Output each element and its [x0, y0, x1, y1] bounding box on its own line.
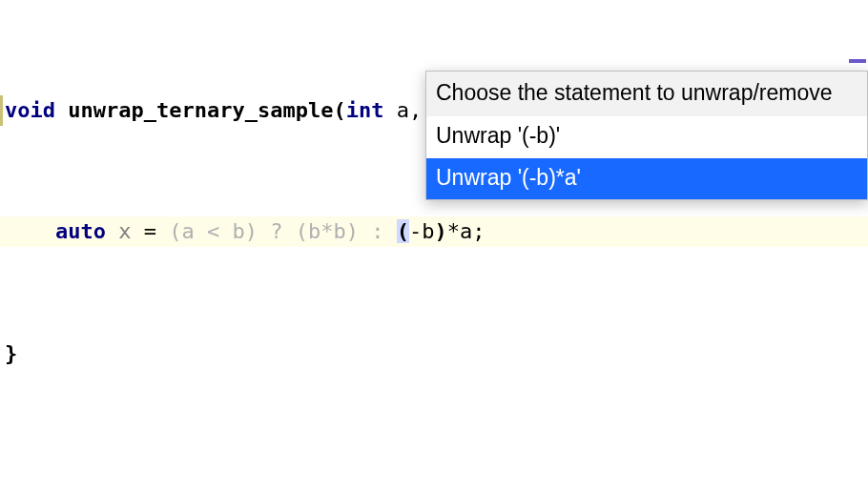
paren-open: ( [333, 98, 345, 122]
indent [5, 219, 55, 243]
keyword-int: int [346, 98, 384, 122]
selection-paren-open: ( [397, 219, 409, 243]
code-editor[interactable]: void unwrap_ternary_sample(int a, int b)… [0, 0, 868, 492]
popup-item-unwrap-negb[interactable]: Unwrap '(-b)' [426, 116, 867, 157]
neg-b: -b [409, 219, 435, 243]
popup-item-unwrap-negb-times-a[interactable]: Unwrap '(-b)*a' [426, 158, 867, 199]
code-line-blank[interactable] [0, 460, 868, 490]
param-a: a [397, 98, 409, 122]
keyword-void: void [5, 98, 55, 122]
popup-title: Choose the statement to unwrap/remove [426, 72, 867, 116]
code-line[interactable]: } [0, 338, 868, 369]
brace-close: } [5, 341, 17, 365]
keyword-auto: auto [55, 219, 106, 243]
scrollbar-marker [849, 59, 866, 63]
equals: = [131, 219, 169, 243]
code-line-current[interactable]: auto x = (a < b) ? (b*b) : (-b)*a; [0, 216, 868, 247]
dimmed-ternary: (a < b) ? (b*b) : [169, 219, 396, 243]
unwrap-popup: Choose the statement to unwrap/remove Un… [425, 71, 868, 200]
variable-x: x [118, 219, 131, 243]
tail-expr: *a; [447, 219, 486, 243]
selection-paren-close: ) [434, 219, 446, 243]
function-name: unwrap_ternary_sample [68, 98, 333, 122]
